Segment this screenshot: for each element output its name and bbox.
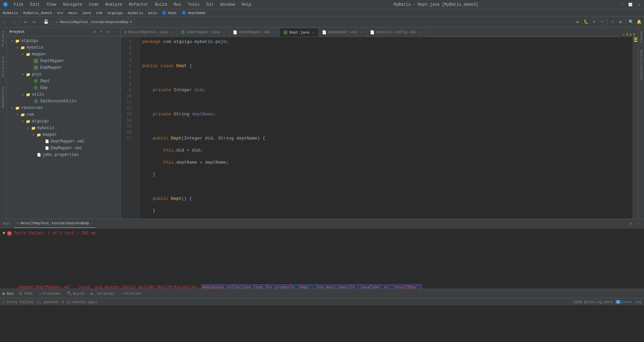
tree-item-utils[interactable]: ▼ 📁 utils	[7, 91, 120, 98]
tree-item-emp[interactable]: ▶ C Emp	[7, 84, 120, 91]
window-controls[interactable]: — ⬜ ✕	[619, 2, 641, 7]
tab-close-deptmapper-java[interactable]: ✕	[222, 30, 226, 34]
code-editor[interactable]: 1 2 3 4 5 6 7 8 9 10 11 12 13 14 15 16 1…	[121, 37, 638, 219]
menu-refactor[interactable]: Refactor	[127, 2, 150, 8]
bottom-close-button[interactable]: —	[635, 221, 641, 227]
collapse-arrow[interactable]: ▼	[3, 230, 5, 236]
run-button[interactable]: ▶	[574, 18, 582, 26]
tab-close-deptmapper-xml[interactable]: ✕	[272, 30, 276, 34]
todo-tool[interactable]: ☰ TODO	[17, 291, 34, 296]
tab-deptmapper-xml[interactable]: 📄 DeptMapper.xml ✕	[229, 28, 279, 37]
menu-navigate[interactable]: Navigate	[61, 2, 84, 8]
tree-item-mybatis2[interactable]: ▼ 📁 mybatis	[7, 125, 120, 131]
breadcrumb-dept[interactable]: Dept	[168, 11, 177, 15]
undo-button[interactable]: ↩	[22, 18, 29, 26]
tree-item-deptmapper-xml[interactable]: ▶ 📄 DeptMapper.xml	[7, 138, 120, 145]
menu-run[interactable]: Run	[172, 2, 182, 8]
tab-empmapper-xml[interactable]: 📄 EmpMapper.xml ✕	[319, 28, 367, 37]
tab-resultmaptest[interactable]: J ResultMapTest.java ✕	[121, 28, 177, 37]
tree-item-sqlsession[interactable]: ▶ C SqlSessionUtils	[7, 98, 120, 105]
panel-settings-button[interactable]: ⚙	[105, 29, 111, 35]
debug-button[interactable]: 🐛	[582, 18, 590, 26]
code-content[interactable]: package com.atguigu.mybatis.pojo; public…	[140, 37, 633, 219]
tree-item-atguigu2[interactable]: ▼ 📁 atguigu	[7, 118, 120, 125]
constructor-fold[interactable]: ○	[134, 87, 140, 93]
warning-down-arrow[interactable]: ∨	[633, 32, 635, 37]
notifications[interactable]: 🔔	[635, 18, 643, 26]
test-failed-row[interactable]: ▼ ✕ Tests failed: 1 of 1 test — 381 ms	[3, 230, 641, 237]
structure-side-label[interactable]: Structure	[1, 56, 5, 77]
run-configuration[interactable]: ▷ ResultMapTest.testGetDeptAndEmp ▼	[54, 19, 135, 25]
bottom-settings-button[interactable]: ⚙	[628, 221, 634, 227]
tree-item-pojo[interactable]: ▼ 📁 pojo	[7, 71, 120, 78]
menu-tools[interactable]: Tools	[186, 2, 201, 8]
tree-item-mapper-src[interactable]: ▼ 📁 mapper	[7, 51, 120, 58]
menu-build[interactable]: Build	[154, 2, 168, 8]
terminal-tool[interactable]: ▶_ Terminal	[90, 291, 116, 296]
menu-window[interactable]: Window	[219, 2, 236, 8]
warning-up-arrow[interactable]: ∧	[630, 32, 632, 37]
maximize-button[interactable]: ⬜	[628, 2, 633, 7]
tree-item-com[interactable]: ▼ 📁 com	[7, 111, 120, 118]
minimize-button[interactable]: —	[619, 2, 624, 7]
breadcrumb-demo3[interactable]: MyBatis_demo3	[23, 11, 52, 15]
breadcrumb-mybatis[interactable]: mybatis	[128, 11, 143, 15]
breadcrumb-deptname[interactable]: deptName	[188, 11, 206, 15]
problems-tool[interactable]: ⚠ Problems	[38, 291, 62, 296]
tab-close-empmapper-xml[interactable]: ✕	[359, 30, 363, 34]
tree-item-jdbc-props[interactable]: ▶ 📄 jdbc.properties	[7, 152, 120, 158]
forward-button[interactable]: →	[10, 18, 17, 26]
build-tool[interactable]: 🔨 Build	[66, 291, 86, 296]
event-log-button[interactable]: 2 Event Log	[616, 300, 641, 304]
breadcrumb-com[interactable]: com	[96, 11, 103, 15]
menu-bar[interactable]: File Edit View Navigate Code Analyze Ref…	[12, 2, 253, 8]
tree-item-resources[interactable]: ▼ 📁 resources	[7, 105, 120, 111]
menu-analyze[interactable]: Analyze	[104, 2, 123, 8]
warning-area[interactable]: ⚠ 4 ∧ ∨	[620, 32, 638, 37]
menu-help[interactable]: Help	[240, 2, 253, 8]
run-play-button[interactable]: ▶ Run	[3, 291, 13, 296]
tree-item-mapper-res[interactable]: ▼ 📁 mapper	[7, 131, 120, 138]
menu-file[interactable]: File	[12, 2, 25, 8]
tree-item-mybatis[interactable]: ▼ 📁 mybatis	[7, 44, 120, 51]
default-constructor-fold[interactable]: ○	[134, 117, 140, 123]
profile-button[interactable]: ⚡	[598, 18, 606, 26]
maven-side-label[interactable]: Maven	[639, 32, 643, 43]
breadcrumb-java[interactable]: java	[82, 11, 91, 15]
search-everywhere[interactable]: 🔍	[627, 18, 635, 26]
tab-deptmapper-java[interactable]: C DeptMapper.java ✕	[177, 28, 229, 37]
back-button[interactable]: ←	[1, 18, 9, 26]
tree-item-empmapper-xml[interactable]: ▶ 📄 EmpMapper.xml	[7, 145, 120, 152]
tab-close-resultmaptest[interactable]: ✕	[169, 30, 173, 34]
coverage-button[interactable]: ☂	[590, 18, 598, 26]
menu-edit[interactable]: Edit	[29, 2, 41, 8]
breadcrumb-atguigu[interactable]: atguigu	[107, 11, 123, 15]
run-config-dropdown[interactable]: ▼	[130, 20, 132, 24]
tab-dept-java[interactable]: C Dept.java ✕	[280, 28, 319, 37]
bookmarks-side-label[interactable]: Bookmarks	[1, 87, 5, 108]
close-button[interactable]: ✕	[637, 2, 641, 7]
tab-close-mybatis-config[interactable]: ✕	[418, 30, 422, 34]
panel-close-button[interactable]: —	[112, 29, 118, 35]
tab-mybatis-config[interactable]: 📄 mybatis-config.xml ✕	[367, 28, 426, 37]
run-tab-close[interactable]: ✕	[91, 221, 93, 225]
project-side-label[interactable]: Project	[1, 30, 5, 47]
breadcrumb-main[interactable]: main	[68, 11, 77, 15]
breadcrumb-mybatis[interactable]: MyBatis	[3, 11, 18, 15]
run-tab[interactable]: ▷ ResultMapTest.testGetDeptAndEmp ✕	[14, 219, 95, 228]
menu-git[interactable]: Git	[205, 2, 215, 8]
tree-item-atguigu[interactable]: ▼ 📁 atguigu	[7, 38, 120, 44]
save-button[interactable]: 💾	[42, 18, 50, 26]
panel-collapse-button[interactable]: ≡	[98, 29, 104, 35]
profiler-tool[interactable]: ⚡ Profiler	[120, 291, 144, 296]
tree-item-dept[interactable]: ▶ C Dept	[7, 78, 120, 84]
git-button[interactable]: ⑂	[609, 18, 616, 26]
tab-close-dept-java[interactable]: ✕	[311, 31, 315, 35]
breadcrumb-src[interactable]: src	[57, 11, 63, 15]
breadcrumb-pojo[interactable]: pojo	[148, 11, 157, 15]
menu-code[interactable]: Code	[88, 2, 100, 8]
notifications-side-label[interactable]: Notifications	[639, 50, 643, 80]
redo-button[interactable]: ↪	[31, 18, 38, 26]
menu-view[interactable]: View	[45, 2, 58, 8]
settings-button[interactable]: ⚙	[617, 18, 624, 26]
